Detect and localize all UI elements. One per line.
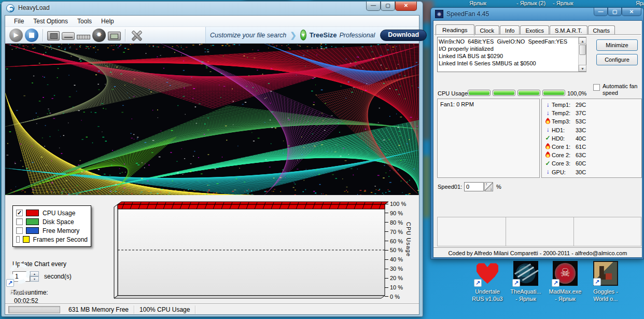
- desktop-shortcut-label[interactable]: Ярлык: [469, 0, 486, 7]
- desktop-shortcut[interactable]: ↗ MadMax.exe- Ярлык: [545, 261, 585, 302]
- shortcut-arrow-icon: ↗: [474, 279, 482, 287]
- axis-tick: 30 %: [385, 265, 406, 272]
- tab[interactable]: Charts: [588, 25, 615, 35]
- cpu-stress-icon[interactable]: [47, 31, 60, 40]
- temperature-row: ↓ ✓ HD1: 33C: [542, 126, 641, 134]
- shortcut-art-icon: ↗: [593, 261, 618, 286]
- legend-row: Free Memory: [16, 226, 88, 235]
- minimize-button[interactable]: —: [594, 8, 608, 16]
- minimize-app-button[interactable]: Minimize: [596, 39, 638, 51]
- menu-item[interactable]: Tools: [73, 17, 96, 26]
- tab[interactable]: Exotics: [520, 25, 549, 35]
- axis-tick: 10 %: [385, 284, 406, 291]
- cpu-usage-value: 100,0%: [567, 90, 586, 96]
- temp-down-icon: ↓: [547, 101, 550, 108]
- desktop-shortcut[interactable]: ↗ Haydee: [0, 261, 39, 295]
- cpu-core-bar: [468, 90, 491, 96]
- sensor-label: Temp2:: [552, 110, 576, 116]
- desktop-shortcut[interactable]: ↗ TheAquati...- Ярлык: [506, 261, 545, 302]
- shortcut-art-icon: ↗: [7, 261, 32, 286]
- tab[interactable]: S.M.A.R.T.: [550, 25, 587, 35]
- fan-readings-box: Fan1: 0 RPM: [437, 99, 540, 178]
- legend-row: Frames per Second: [16, 235, 88, 244]
- maximize-button[interactable]: ▢: [608, 8, 622, 16]
- scroll-thumb[interactable]: [579, 45, 586, 55]
- menu-item[interactable]: File: [9, 17, 29, 26]
- memory-stress-icon[interactable]: [77, 35, 90, 39]
- speedfan-window-title: SpeedFan 4.45: [446, 10, 489, 18]
- shortcut-label-line1: Goggles -: [586, 288, 625, 295]
- speed01-input[interactable]: [464, 182, 484, 191]
- configure-button[interactable]: Configure: [596, 54, 638, 65]
- sensor-label: Temp1:: [552, 102, 576, 108]
- axis-tick: 0 %: [385, 293, 406, 300]
- legend-checkbox[interactable]: [16, 210, 23, 216]
- cpu-core-bar: [517, 90, 540, 96]
- speed01-unit: %: [496, 184, 501, 190]
- tab[interactable]: Info: [500, 25, 520, 35]
- menu-item[interactable]: Help: [96, 17, 119, 26]
- status-progress-panel: [8, 306, 60, 313]
- fan-glyph: ✸: [92, 29, 106, 42]
- stop-icon: [25, 29, 38, 42]
- heavyload-titlebar[interactable]: HeavyLoad — ▢ ✕: [2, 2, 423, 15]
- speedfan-titlebar[interactable]: ❋ SpeedFan 4.45 — ▢ ✕: [431, 8, 643, 20]
- toolbar-separator: [43, 29, 43, 41]
- disk-stress-icon[interactable]: [62, 32, 75, 40]
- temperature-row: ↓ ✓ Temp1: 29C: [542, 101, 641, 109]
- shortcut-label-line1: Undertale: [468, 288, 507, 295]
- legend-row: CPU Usage: [16, 209, 88, 217]
- speed01-label: Speed01:: [438, 184, 462, 190]
- legend-checkbox[interactable]: [16, 236, 20, 243]
- temp-check-icon: ✓: [545, 134, 550, 142]
- cpu-core-bar: [542, 90, 565, 96]
- scroll-up-icon[interactable]: ▲: [579, 37, 586, 44]
- close-button[interactable]: ✕: [622, 8, 641, 16]
- menu-item[interactable]: Test Options: [29, 17, 73, 26]
- close-button[interactable]: ✕: [395, 2, 417, 11]
- automatic-fan-speed-control[interactable]: Automatic fan speed: [593, 83, 640, 96]
- desktop-shortcut[interactable]: ↗ UndertaleRUS v1.0u3: [468, 261, 507, 302]
- minimize-button[interactable]: —: [366, 2, 381, 11]
- maximize-button[interactable]: ▢: [381, 2, 395, 11]
- log-line: Win9x:NO 64Bit:YES GiveIO:NO SpeedFan:YE…: [439, 38, 577, 45]
- temp-flame-icon: [545, 143, 550, 149]
- download-button[interactable]: Download: [380, 30, 427, 41]
- legend-checkbox[interactable]: [16, 227, 23, 234]
- fan-reading: Fan1: 0 RPM: [438, 99, 539, 107]
- desktop-shortcut-label[interactable]: - Ярлык (2): [516, 0, 545, 7]
- heavyload-lower-panel: CPU Usage Disk Space Free Memory: [5, 195, 419, 304]
- start-test-button[interactable]: ▶: [9, 29, 23, 42]
- shortcut-label-line2: - Ярлык: [506, 295, 545, 302]
- desktop-shortcut-label[interactable]: - Ярлык: [553, 0, 573, 7]
- banner-link[interactable]: Customize your file search: [210, 32, 286, 39]
- tab[interactable]: Clock: [475, 25, 500, 35]
- log-scrollbar[interactable]: ▲ ▼: [578, 37, 586, 72]
- gpu-stress-icon[interactable]: [108, 32, 121, 40]
- shortcut-arrow-icon: ↗: [593, 278, 601, 286]
- desktop-shortcut[interactable]: ↗ Goggles -World o...: [586, 261, 625, 302]
- shortcut-art-icon: ↗: [553, 261, 578, 286]
- legend-color-swatch: [23, 236, 30, 243]
- legend-label: Frames per Second: [33, 236, 88, 243]
- speed01-spinner[interactable]: ↑↓: [484, 182, 493, 191]
- legend-checkbox[interactable]: [16, 218, 23, 225]
- fan-test-icon[interactable]: ✸: [92, 29, 106, 42]
- desktop-shortcut-label[interactable]: Ярлык: [636, 0, 644, 7]
- cpu-usage-label: CPU Usage: [438, 90, 468, 96]
- axis-tick: 80 %: [385, 219, 406, 226]
- speedfan-client-area: ReadingsClockInfoExoticsS.M.A.R.T.Charts…: [433, 20, 642, 258]
- shortcut-arrow-icon: ↗: [6, 279, 14, 287]
- tools-icon[interactable]: [130, 29, 143, 42]
- sensor-label: HD1:: [552, 127, 576, 133]
- automatic-fan-checkbox[interactable]: [593, 84, 600, 91]
- scroll-down-icon[interactable]: ▼: [579, 65, 586, 72]
- heavyload-window-title: HeavyLoad: [18, 4, 50, 11]
- sensor-label: HD0:: [552, 135, 576, 142]
- toolbar-separator: [125, 29, 125, 41]
- heavyload-toolbar: ▶ ✸ Customize your file search ❯ ▼ TreeS…: [5, 27, 419, 44]
- shortcut-arrow-icon: ↗: [512, 279, 520, 287]
- stop-test-button[interactable]: [25, 29, 38, 42]
- temperature-row: ↓ ✓ Core 1: 61C: [542, 143, 641, 151]
- tab[interactable]: Readings: [436, 24, 474, 36]
